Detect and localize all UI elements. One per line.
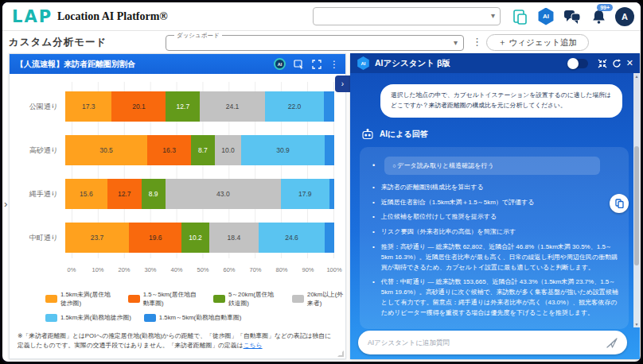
close-icon[interactable]: ✕ — [626, 58, 633, 68]
left-panel-expander[interactable]: › — [4, 198, 7, 210]
legend-item: 1.5km未満(勤務地徒歩圏) — [45, 313, 131, 322]
bar-segment: 43.0 — [166, 179, 281, 209]
bar-segment: 10.2 — [181, 223, 208, 253]
bar-segment: 20.1 — [111, 91, 166, 122]
legend-item: 1.5km未満(居住地徒歩圏) — [45, 290, 115, 308]
resize-handle-icon[interactable] — [337, 350, 344, 357]
chart-legend: 1.5km未満(居住地徒歩圏)1.5～5km(居住地自動車圏)5～20km(居住… — [45, 290, 345, 322]
bar-segment: 19.6 — [129, 223, 181, 253]
notifications-button[interactable]: 99+ — [589, 7, 608, 26]
bar-segment: 8.7 — [191, 135, 214, 165]
chart-row: 中町通り23.719.610.218.424.6 — [10, 223, 345, 253]
chevron-down-icon: ▾ — [454, 38, 458, 47]
ai-status-box: データ読み取りと構造確認を行う — [384, 157, 600, 175]
global-search-select[interactable]: ▾ — [313, 7, 501, 25]
x-tick-label: 80% — [275, 266, 287, 273]
send-icon[interactable] — [606, 338, 618, 348]
chat-bubbles-icon — [563, 9, 581, 25]
ai-input-bar[interactable] — [358, 331, 627, 354]
legend-swatch — [45, 295, 57, 303]
legend-swatch — [45, 314, 57, 322]
ai-answer-bullet: 上位候補を順位付けして推奨を提示する — [372, 212, 619, 223]
robot-icon — [361, 129, 374, 140]
category-label: 公園通り — [10, 102, 65, 112]
ai-hexagon-icon: AI — [537, 8, 555, 25]
legend-item: 1.5～5km(居住地自動車圏) — [128, 290, 201, 308]
bar-segment: 17.9 — [281, 179, 329, 209]
ai-panel-toggle[interactable] — [567, 59, 588, 68]
collapse-arrows-icon[interactable] — [598, 59, 607, 68]
legend-swatch — [292, 295, 304, 303]
ai-answer-header: AIによる回答 — [380, 129, 428, 140]
ai-question-input[interactable] — [368, 339, 606, 347]
legend-item: 5～20km(居住地鉄道圏) — [213, 290, 279, 308]
ai-answer-bullet: リスク要因（外来者比率の高低）を簡潔に示す — [372, 227, 619, 238]
x-tick-label: 60% — [223, 266, 235, 273]
footnote-link[interactable]: こちら — [244, 342, 263, 349]
stacked-bar: 15.612.78.943.017.9 — [65, 179, 334, 209]
report-clipboard-button[interactable] — [510, 7, 529, 26]
x-axis: 0%10%20%30%40%50%60%70%80%90%100% — [72, 266, 334, 276]
copy-answer-button[interactable] — [610, 194, 629, 213]
bar-segment: 22.0 — [265, 91, 324, 122]
bar-segment: 16.3 — [147, 135, 191, 165]
top-header: LAP Location AI Platform® ▾ AI — [2, 2, 641, 31]
refresh-icon[interactable] — [612, 59, 622, 68]
bar-segment: 18.4 — [209, 223, 259, 253]
toolbar: カスタム分析モード ダッシュボード ▾ ⋮ ＋ ウィジェット追加 — [2, 32, 641, 52]
bar-segment: 30.5 — [65, 135, 147, 165]
bar-segment: 12.7 — [107, 179, 142, 209]
chart-row: 公園通り17.320.112.724.122.0 — [10, 91, 345, 122]
mode-label: カスタム分析モード — [9, 36, 107, 49]
x-tick-label: 30% — [144, 266, 156, 273]
ai-answer-bullets: 来訪者の距離圏別構成比を算出する近隣居住者割合（1.5km未満＋1.5～5km）… — [368, 183, 619, 319]
ai-answer-bullet: 推奨：高砂通り ― 総来訪数 62,802、近隣合計 46.8%（1.5km未満… — [372, 242, 619, 273]
chart-row: 縄手通り15.612.78.943.017.9 — [10, 179, 345, 209]
chart-title: 【人流速報】来訪者距離圏別割合 — [16, 59, 274, 70]
ai-answer-bullet: 来訪者の距離圏別構成比を算出する — [372, 183, 619, 193]
x-tick-label: 90% — [302, 266, 314, 273]
avatar[interactable]: A — [615, 7, 634, 26]
bar-segment: 30.9 — [241, 135, 324, 165]
app-logo-text: Location AI Platform® — [57, 10, 168, 23]
chart-row: 高砂通り30.516.38.710.030.9 — [10, 135, 345, 165]
ai-assistant-button[interactable]: AI — [536, 7, 555, 26]
ai-panel-title: AIアシスタント β版 — [375, 58, 563, 69]
app-logo: LAP Location AI Platform® — [12, 7, 168, 26]
ai-answer-card: • データ読み取りと構造確認を行う 来訪者の距離圏別構成比を算出する近隣居住者割… — [360, 147, 629, 330]
toolbar-kebab-menu[interactable]: ⋮ — [472, 37, 482, 47]
legend-swatch — [213, 295, 225, 303]
category-label: 中町通り — [10, 233, 65, 243]
x-tick-label: 10% — [92, 266, 103, 273]
legend-item: 20km以上(外来者) — [292, 290, 345, 308]
chart-rows: 公園通り17.320.112.724.122.0高砂通り30.516.38.71… — [10, 74, 345, 253]
x-tick-label: 40% — [170, 266, 182, 273]
dashboard-select[interactable]: ダッシュボード ▾ — [166, 35, 464, 51]
x-tick-label: 0% — [68, 266, 76, 273]
notification-badge: 99+ — [597, 4, 613, 11]
capture-icon[interactable] — [294, 60, 304, 69]
ai-panel-collapse-tab[interactable]: › — [335, 76, 350, 92]
bar-segment: 24.6 — [259, 223, 325, 253]
chart-widget: 【人流速報】来訪者距離圏別割合 AI ⋮ 公園通り17.320.112.724.… — [9, 53, 346, 359]
bar-segment: 23.7 — [65, 223, 129, 253]
bar-segment — [325, 223, 334, 253]
fullscreen-icon[interactable] — [312, 60, 322, 69]
bar-segment: 17.3 — [65, 91, 111, 122]
bar-segment: 24.1 — [200, 91, 264, 122]
ai-insight-icon[interactable]: AI — [274, 58, 286, 70]
add-widget-button[interactable]: ＋ ウィジェット追加 — [486, 34, 589, 51]
stacked-bar: 17.320.112.724.122.0 — [65, 91, 334, 122]
chart-kebab-menu[interactable]: ⋮ — [329, 60, 339, 69]
scrollbar-thumb[interactable] — [634, 146, 639, 265]
chat-button[interactable] — [563, 7, 582, 26]
x-tick-label: 100% — [326, 266, 341, 273]
scroll-down-icon[interactable]: ▼ — [633, 322, 640, 327]
stacked-bar: 23.719.610.218.424.6 — [65, 223, 334, 253]
bar-segment — [325, 135, 334, 165]
user-message-bubble: 選択した地点の中で、カプセルトイステーションを設置するのに適した場所はどこですか… — [380, 84, 622, 118]
ai-answer-bullet: 代替：中町通り ― 総来訪数 153,665、近隣合計 43.3%（1.5km未… — [372, 277, 619, 318]
scroll-up-icon[interactable]: ▲ — [633, 74, 640, 79]
legend-swatch — [128, 295, 140, 303]
scrollbar[interactable]: ▲ ▼ — [633, 73, 640, 327]
